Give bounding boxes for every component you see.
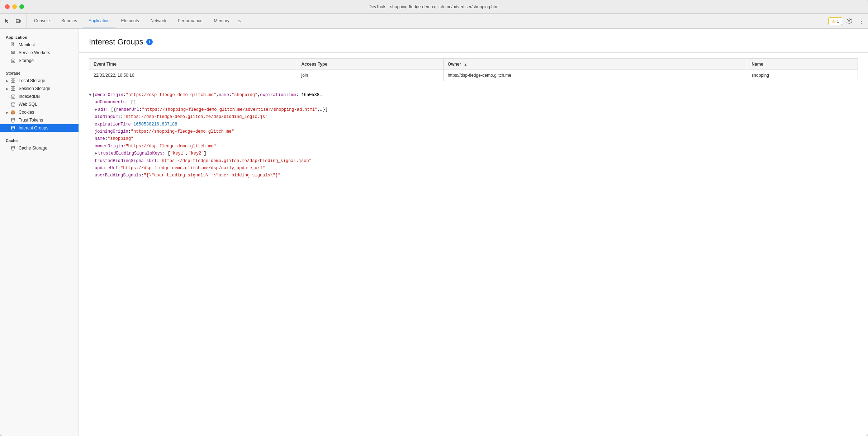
sidebar-item-cache-storage[interactable]: Cache Storage — [0, 144, 79, 152]
sidebar-item-web-sql-label: Web SQL — [19, 102, 73, 107]
sidebar-item-local-storage-label: Local Storage — [19, 78, 73, 83]
ig-header: Interest Groups i — [79, 29, 868, 53]
ig-title: Interest Groups — [89, 37, 143, 47]
tab-performance[interactable]: Performance — [172, 14, 208, 28]
db-icon-2 — [10, 94, 16, 99]
sidebar-item-trust-tokens[interactable]: Trust Tokens — [0, 116, 79, 124]
json-val-updateUrl: "https://dsp-fledge-demo.glitch.me/dsp/d… — [120, 165, 265, 172]
col-name[interactable]: Name — [747, 59, 858, 70]
cell-access-type: join — [297, 70, 443, 81]
toolbar-tabs: Console Sources Application Elements Net… — [28, 14, 828, 28]
file-icon — [10, 42, 16, 47]
cell-name: shopping — [747, 70, 858, 81]
tab-console[interactable]: Console — [28, 14, 56, 28]
sidebar-item-manifest[interactable]: Manifest — [0, 41, 79, 49]
sidebar-item-service-workers-label: Service Workers — [19, 50, 73, 55]
svg-rect-10 — [11, 81, 13, 83]
sidebar-item-session-storage-label: Session Storage — [19, 86, 73, 91]
svg-rect-11 — [13, 81, 15, 83]
warning-badge[interactable]: ⚠ 1 — [828, 17, 842, 25]
sidebar-item-cookies[interactable]: ▶ 🍪 Cookies — [0, 108, 79, 116]
db-icon — [10, 58, 16, 63]
json-key-name: name — [95, 135, 105, 142]
json-toggle-1[interactable]: ▼ — [89, 91, 91, 99]
json-key-trustedBiddingSignalsKeys: trustedBiddingSignalsKeys — [98, 150, 162, 157]
svg-rect-8 — [11, 79, 13, 81]
json-line-expirationTime: expirationTime : 1650538216.837188 — [89, 121, 858, 128]
window-title: DevTools - shopping-fledge-demo.glitch.m… — [369, 4, 499, 9]
json-toggle-tbsk[interactable]: ▶ — [95, 150, 97, 157]
table-row[interactable]: 22/03/2022, 10:50:16 join https://dsp-fl… — [89, 70, 858, 81]
db-icon-4 — [10, 118, 16, 123]
svg-point-17 — [11, 103, 15, 104]
json-key-biddingUrl: biddingUrl — [95, 113, 120, 120]
settings-button[interactable] — [844, 16, 854, 27]
tab-memory[interactable]: Memory — [208, 14, 235, 28]
json-val-name: "shopping" — [108, 135, 133, 142]
gear-icon — [10, 51, 16, 55]
content-area: Interest Groups i Event Time Access Type… — [79, 29, 868, 436]
title-bar: DevTools - shopping-fledge-demo.glitch.m… — [0, 0, 868, 14]
cookie-icon: 🍪 — [10, 110, 16, 115]
sidebar-item-interest-groups[interactable]: Interest Groups — [0, 124, 79, 132]
ig-table-container: Event Time Access Type Owner ▲ Name 22/0… — [79, 53, 868, 87]
sidebar-section-application: Application — [0, 32, 79, 41]
sidebar-item-web-sql[interactable]: Web SQL — [0, 100, 79, 108]
db-icon-5 — [10, 146, 16, 151]
tab-application[interactable]: Application — [83, 14, 115, 28]
json-key-ownerOrigin: ownerOrigin — [95, 91, 123, 99]
json-val-expirationTime: 1650538216.837188 — [133, 121, 177, 128]
json-key-userBiddingSignals: userBiddingSignals — [95, 172, 141, 179]
json-toggle-ads[interactable]: ▶ — [95, 106, 97, 113]
json-val-ownerOrigin: "https://dsp-fledge-demo.glitch.me" — [125, 143, 216, 150]
device-icon[interactable] — [13, 16, 24, 27]
sidebar-section-cache: Cache — [0, 135, 79, 144]
sidebar-item-local-storage[interactable]: ▶ Local Storage — [0, 77, 79, 85]
json-val-biddingUrl: "https://dsp-fledge-demo.glitch.me/dsp/b… — [123, 113, 267, 120]
json-key-joiningOrigin: joiningOrigin — [95, 128, 128, 135]
tab-network[interactable]: Network — [145, 14, 172, 28]
json-key-ownerOrigin2: ownerOrigin — [95, 143, 123, 150]
db-icon-active — [10, 126, 16, 131]
json-line-joiningOrigin: joiningOrigin : "https://shopping-fledge… — [89, 128, 858, 135]
svg-point-20 — [11, 146, 15, 148]
json-line-updateUrl: updateUrl : "https://dsp-fledge-demo.gli… — [89, 165, 858, 172]
inspect-icon[interactable] — [1, 16, 12, 27]
toolbar: Console Sources Application Elements Net… — [0, 14, 868, 29]
col-owner[interactable]: Owner ▲ — [443, 59, 747, 70]
window-controls — [5, 4, 24, 9]
col-access-type[interactable]: Access Type — [297, 59, 443, 70]
tab-sources[interactable]: Sources — [56, 14, 83, 28]
sidebar-item-indexeddb-label: IndexedDB — [19, 94, 73, 99]
json-val-trustedBiddingSignalsUrl: "https://dsp-fledge-demo.glitch.me/dsp/b… — [159, 157, 312, 165]
expand-arrow-icon: ▶ — [6, 79, 9, 83]
sidebar-item-service-workers[interactable]: Service Workers — [0, 49, 79, 57]
sidebar-item-trust-tokens-label: Trust Tokens — [19, 118, 73, 123]
json-line-1: ▼ { ownerOrigin : "https://dsp-fledge-de… — [89, 91, 858, 99]
minimize-button[interactable] — [12, 4, 17, 9]
info-icon[interactable]: i — [146, 39, 153, 45]
sort-arrow-icon: ▲ — [464, 62, 468, 66]
ig-table: Event Time Access Type Owner ▲ Name 22/0… — [89, 58, 858, 81]
svg-rect-14 — [11, 89, 13, 91]
sidebar-item-session-storage[interactable]: ▶ Session Storage — [0, 85, 79, 93]
tab-more[interactable]: » — [235, 14, 244, 28]
json-brace: { — [92, 91, 95, 99]
json-line-name: name : "shopping" — [89, 135, 858, 142]
svg-point-16 — [11, 95, 15, 96]
svg-rect-12 — [11, 87, 13, 89]
sidebar-item-storage-app[interactable]: Storage — [0, 57, 79, 65]
json-key-expirationTime: expirationTime — [95, 121, 131, 128]
expand-arrow-icon: ▶ — [6, 87, 9, 91]
close-button[interactable] — [5, 4, 10, 9]
sidebar-item-indexeddb[interactable]: IndexedDB — [0, 93, 79, 100]
json-line-ads: ▶ ads : [{ renderUrl : "https://shopping… — [89, 106, 858, 113]
json-line-userBiddingSignals: userBiddingSignals : "{\"user_bidding_si… — [89, 172, 858, 179]
tab-elements[interactable]: Elements — [115, 14, 145, 28]
col-event-time[interactable]: Event Time — [89, 59, 297, 70]
cell-event-time: 22/03/2022, 10:50:16 — [89, 70, 297, 81]
svg-point-18 — [11, 118, 15, 120]
maximize-button[interactable] — [19, 4, 24, 9]
more-menu-button[interactable]: ⋮ — [856, 16, 867, 27]
json-line-ownerOrigin: ownerOrigin : "https://dsp-fledge-demo.g… — [89, 143, 858, 150]
